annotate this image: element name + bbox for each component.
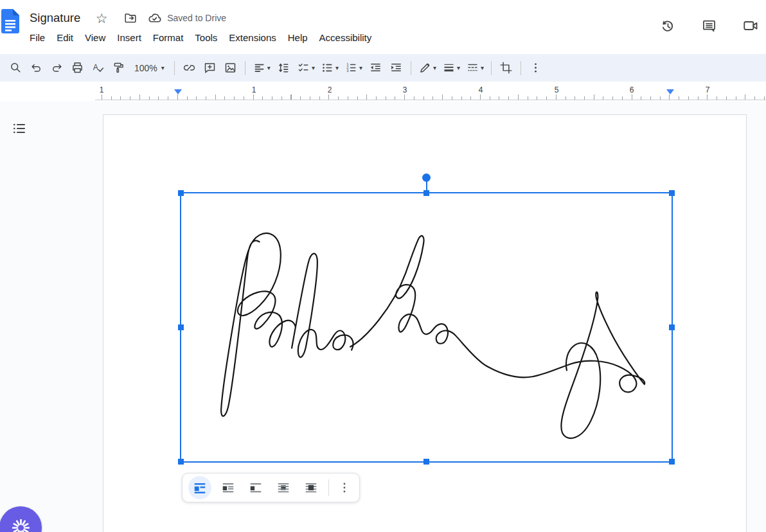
border-dash-button[interactable]: ▾ [464, 58, 486, 78]
resize-handle-bottom-left[interactable] [178, 459, 184, 465]
image-wrap-toolbar [182, 473, 360, 502]
selected-image-frame[interactable] [180, 192, 673, 463]
document-canvas [0, 102, 766, 532]
spell-check-icon: A [91, 61, 105, 75]
menu-bar: File Edit View Insert Format Tools Exten… [24, 30, 377, 46]
crop-button[interactable] [497, 58, 515, 78]
video-call-button[interactable] [742, 17, 760, 35]
right-indent-marker[interactable] [666, 89, 674, 98]
search-menus-button[interactable] [6, 58, 25, 78]
docs-logo-icon[interactable] [1, 9, 19, 33]
add-comment-button[interactable] [200, 58, 219, 78]
menu-format[interactable]: Format [147, 30, 190, 46]
ruler-label: 6 [627, 85, 636, 94]
ruler-label: 2 [325, 85, 334, 94]
star-icon: ☆ [96, 12, 108, 25]
menu-extensions[interactable]: Extensions [223, 30, 281, 46]
resize-handle-bottom-right[interactable] [669, 459, 675, 465]
toolbar-separator [411, 61, 411, 75]
increase-indent-icon [389, 61, 403, 75]
in-front-of-text-button[interactable] [298, 475, 324, 500]
bulleted-list-button[interactable]: ▾ [319, 58, 341, 78]
paint-format-button[interactable] [109, 58, 128, 78]
left-indent-marker[interactable] [174, 89, 182, 98]
more-vertical-icon [337, 481, 352, 495]
resize-handle-top-right[interactable] [669, 190, 675, 196]
print-button[interactable] [68, 58, 87, 78]
break-text-button[interactable] [242, 475, 269, 500]
show-outline-button[interactable] [10, 120, 28, 137]
align-button[interactable]: ▾ [251, 58, 272, 78]
wrap-text-button[interactable] [215, 475, 241, 500]
document-title[interactable]: Signature [30, 11, 80, 25]
menu-accessibility[interactable]: Accessibility [314, 30, 378, 46]
chevron-down-icon: ▾ [267, 65, 271, 71]
border-color-button[interactable]: ▾ [416, 58, 438, 78]
border-weight-icon [442, 61, 456, 75]
ruler-label: 3 [400, 85, 409, 94]
menu-view[interactable]: View [79, 30, 111, 46]
border-weight-button[interactable]: ▾ [440, 58, 462, 78]
header-right-actions [658, 17, 760, 35]
resize-handle-middle-right[interactable] [669, 324, 675, 330]
svg-text:3: 3 [346, 69, 349, 73]
move-folder-button[interactable] [123, 10, 138, 26]
decrease-indent-button[interactable] [366, 58, 385, 78]
cloud-check-icon [147, 11, 162, 26]
resize-handle-bottom-middle[interactable] [423, 459, 429, 465]
signature-image[interactable] [181, 193, 672, 461]
chevron-down-icon: ▾ [335, 65, 339, 71]
title-block: Signature ☆ Saved to Drive File Edit [30, 8, 377, 46]
menu-help[interactable]: Help [282, 30, 314, 46]
insert-link-button[interactable] [180, 58, 199, 78]
behind-text-button[interactable] [270, 475, 296, 500]
chevron-down-icon: ▾ [433, 65, 436, 71]
rotation-handle[interactable] [422, 173, 431, 182]
move-folder-icon [123, 11, 138, 25]
app-header: Signature ☆ Saved to Drive File Edit [0, 0, 766, 54]
comments-button[interactable] [700, 17, 718, 35]
align-left-icon [253, 61, 266, 75]
crop-icon [499, 61, 513, 75]
star-button[interactable]: ☆ [94, 10, 109, 26]
wrap-toolbar-separator [328, 479, 329, 496]
resize-handle-top-left[interactable] [178, 190, 184, 196]
ruler-baseline [95, 100, 766, 100]
resize-handle-middle-left[interactable] [178, 324, 184, 330]
menu-file[interactable]: File [24, 30, 51, 46]
saved-status[interactable]: Saved to Drive [147, 11, 226, 26]
version-history-button[interactable] [658, 17, 676, 35]
checklist-button[interactable]: ▾ [295, 58, 317, 78]
comments-icon [701, 18, 717, 34]
insert-image-button[interactable] [221, 58, 240, 78]
saved-status-label: Saved to Drive [167, 13, 226, 23]
bulleted-list-icon [321, 61, 334, 75]
menu-edit[interactable]: Edit [51, 30, 79, 46]
insert-link-icon [183, 61, 196, 75]
wrap-more-button[interactable] [334, 475, 355, 500]
toolbar-separator [491, 61, 492, 75]
sparkle-icon [12, 519, 30, 532]
toolbar-more-button[interactable] [526, 58, 545, 78]
redo-button[interactable] [48, 58, 66, 78]
spell-check-button[interactable]: A [89, 58, 107, 78]
line-spacing-button[interactable] [274, 58, 293, 78]
toolbar-separator [521, 61, 521, 75]
menu-tools[interactable]: Tools [189, 30, 223, 46]
undo-button[interactable] [27, 58, 46, 78]
resize-handle-top-middle[interactable] [423, 190, 429, 196]
ruler-label: 1 [249, 85, 258, 94]
wrap-inline-icon [193, 481, 207, 495]
print-icon [71, 61, 84, 75]
sparkle-fab-button[interactable] [0, 506, 42, 532]
increase-indent-button[interactable] [387, 58, 405, 78]
redo-icon [50, 61, 64, 75]
numbered-list-button[interactable]: 1 2 3 ▾ [343, 58, 364, 78]
search-icon [9, 61, 22, 75]
menu-insert[interactable]: Insert [111, 30, 147, 46]
wrap-inline-button[interactable] [188, 476, 211, 499]
zoom-select[interactable]: 100% ▾ [130, 58, 169, 78]
insert-image-icon [224, 61, 237, 75]
break-text-icon [249, 481, 263, 495]
behind-text-icon [276, 481, 290, 495]
